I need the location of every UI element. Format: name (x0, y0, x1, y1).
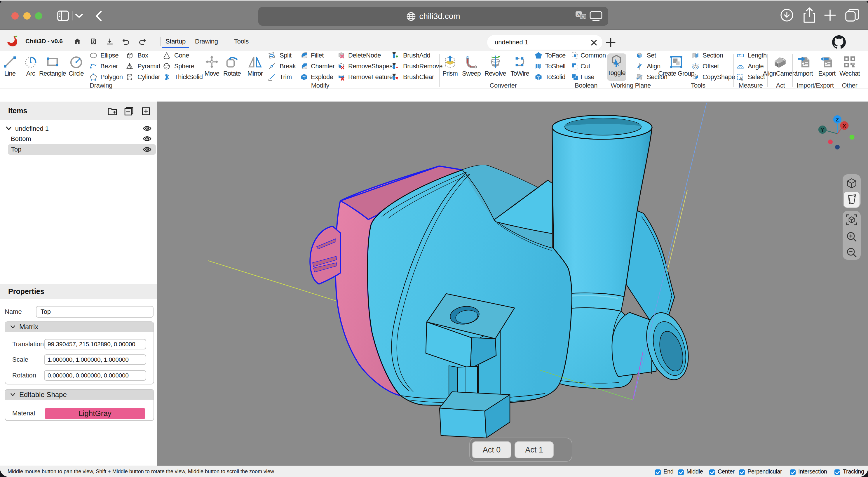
svg-text:Y: Y (821, 127, 824, 133)
svg-text:Z: Z (836, 117, 839, 123)
svg-text:文: 文 (581, 15, 585, 19)
svg-text:X: X (843, 123, 846, 129)
svg-text:A: A (577, 12, 581, 17)
